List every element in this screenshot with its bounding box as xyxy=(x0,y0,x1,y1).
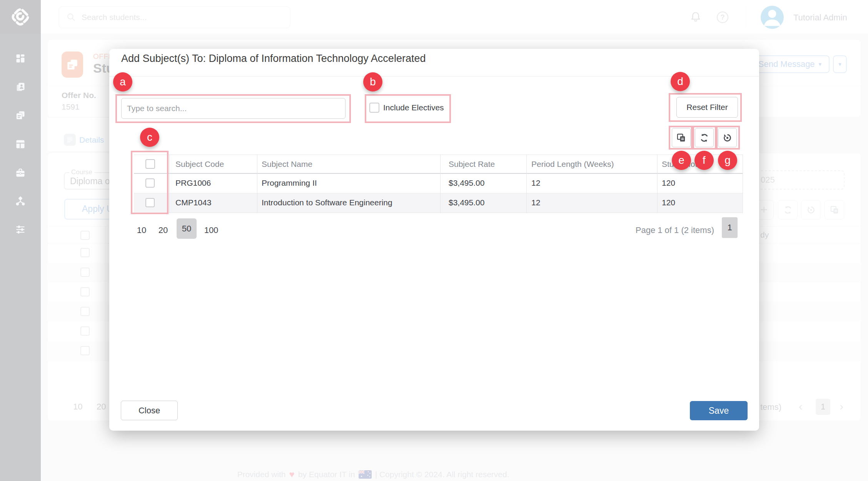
page-size-100[interactable]: 100 xyxy=(203,225,220,235)
highlight-box-column-chooser xyxy=(669,126,693,150)
table-column-divider xyxy=(169,155,170,213)
add-subjects-modal: Add Subject(s) To: Diploma of Informatio… xyxy=(109,49,759,431)
page-number-button[interactable]: 1 xyxy=(722,217,738,238)
highlight-box-history xyxy=(716,126,740,150)
cell-subject-name: Programming II xyxy=(262,178,317,188)
col-subject-rate[interactable]: Subject Rate xyxy=(449,160,495,169)
cell-study-hours: 120 xyxy=(662,178,675,188)
highlight-box-checkbox-column xyxy=(131,151,169,214)
screen: ? Tutorial Admin OFFE Stu Offer No. 1591… xyxy=(0,0,868,481)
table-column-divider xyxy=(657,155,658,213)
annotation-marker-g: g xyxy=(718,151,737,170)
annotation-marker-e: e xyxy=(672,151,691,170)
highlight-box-reset xyxy=(669,93,742,122)
cell-subject-rate: $3,495.00 xyxy=(449,198,484,207)
subjects-table: Subject Code Subject Name Subject Rate P… xyxy=(134,155,743,213)
page-info: Page 1 of 1 (2 items) xyxy=(571,225,714,235)
annotation-marker-d: d xyxy=(671,72,690,91)
page-size-50-selected[interactable]: 50 xyxy=(177,218,197,239)
col-subject-name[interactable]: Subject Name xyxy=(262,160,312,169)
cell-period-length: 12 xyxy=(531,178,540,188)
highlight-box-refresh xyxy=(693,126,716,150)
cell-subject-name: Introduction to Software Engineering xyxy=(262,198,392,207)
table-column-divider xyxy=(526,155,527,213)
table-column-divider xyxy=(257,155,257,213)
annotation-marker-f: f xyxy=(694,151,714,170)
modal-title: Add Subject(s) To: Diploma of Informatio… xyxy=(121,53,426,65)
table-row-alt-bg xyxy=(134,193,743,213)
col-subject-code[interactable]: Subject Code xyxy=(175,160,224,169)
table-column-divider xyxy=(743,155,743,213)
page-size-20[interactable]: 20 xyxy=(155,225,172,235)
col-period-length[interactable]: Period Length (Weeks) xyxy=(531,160,614,169)
annotation-marker-b: b xyxy=(363,72,382,92)
annotation-marker-a: a xyxy=(113,72,132,92)
highlight-box-search xyxy=(115,94,351,123)
cell-subject-code: CMP1043 xyxy=(175,198,211,207)
table-border xyxy=(134,213,743,213)
save-button[interactable]: Save xyxy=(690,401,748,420)
close-button[interactable]: Close xyxy=(121,401,178,420)
table-border xyxy=(134,155,743,155)
cell-subject-code: PRG1006 xyxy=(175,178,211,188)
highlight-box-electives xyxy=(365,94,451,123)
cell-period-length: 12 xyxy=(531,198,540,207)
page-size-10[interactable]: 10 xyxy=(133,225,150,235)
table-column-divider xyxy=(440,155,441,213)
modal-title-divider xyxy=(109,76,759,77)
cell-study-hours: 120 xyxy=(662,198,675,207)
table-row-border xyxy=(134,193,743,193)
annotation-marker-c: c xyxy=(140,128,159,147)
cell-subject-rate: $3,495.00 xyxy=(449,178,484,188)
table-header-border xyxy=(134,173,743,174)
